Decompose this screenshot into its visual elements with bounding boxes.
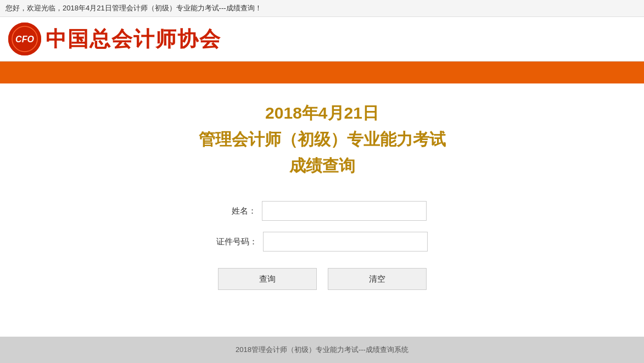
page-title: 2018年4月21日 管理会计师（初级）专业能力考试 成绩查询 [199,100,446,179]
button-row: 查询 清空 [218,268,427,290]
form-area: 姓名： 证件号码： 查询 清空 [130,201,514,290]
name-label: 姓名： [218,206,256,216]
notice-text: 您好，欢迎光临，2018年4月21日管理会计师（初级）专业能力考试---成绩查询… [5,4,262,12]
main-content: 2018年4月21日 管理会计师（初级）专业能力考试 成绩查询 姓名： 证件号码… [0,83,644,312]
id-input[interactable] [263,232,428,252]
query-button[interactable]: 查询 [218,268,317,290]
top-notice-bar: 您好，欢迎光临，2018年4月21日管理会计师（初级）专业能力考试---成绩查询… [0,0,644,17]
orange-divider-bar [0,62,644,83]
name-row: 姓名： [130,201,514,221]
title-line2: 管理会计师（初级）专业能力考试 [199,130,446,148]
footer: 2018管理会计师（初级）专业能力考试---成绩查询系统 [0,337,644,363]
header: CFO 中国总会计师协会 [0,17,644,62]
svg-text:CFO: CFO [15,35,34,44]
org-name: 中国总会计师协会 [46,25,221,53]
id-row: 证件号码： [130,232,514,252]
svg-point-1 [12,26,37,52]
name-input[interactable] [262,201,427,221]
footer-text: 2018管理会计师（初级）专业能力考试---成绩查询系统 [236,345,408,354]
svg-point-0 [11,25,38,53]
content-wrapper: 您好，欢迎光临，2018年4月21日管理会计师（初级）专业能力考试---成绩查询… [0,0,644,363]
page-wrapper: 您好，欢迎光临，2018年4月21日管理会计师（初级）专业能力考试---成绩查询… [0,0,644,363]
id-label: 证件号码： [216,237,257,247]
title-line1: 2018年4月21日 [265,104,379,122]
title-line3: 成绩查询 [289,157,355,175]
clear-button[interactable]: 清空 [328,268,427,290]
logo-container: CFO 中国总会计师协会 [8,23,221,55]
cfo-logo-icon: CFO [8,23,41,55]
